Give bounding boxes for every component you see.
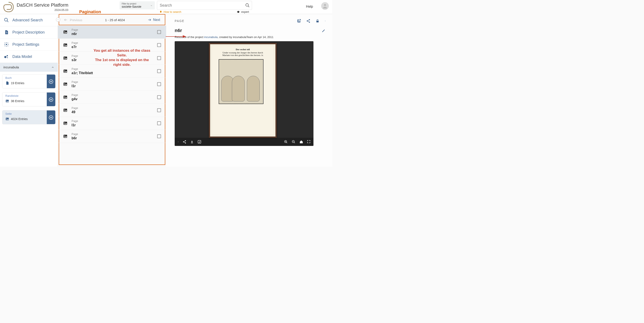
result-row[interactable]: Page s3r	[58, 52, 166, 65]
viewer-download-button[interactable]	[190, 140, 194, 144]
home-button[interactable]	[299, 140, 303, 144]
result-row[interactable]: Page l1r	[58, 78, 166, 91]
sidebar-item-advanced-search[interactable]: Advanced Search	[0, 14, 58, 26]
result-checkbox[interactable]	[157, 95, 161, 99]
result-checkbox[interactable]	[157, 56, 161, 60]
sidebar-item-data-model[interactable]: Data Model	[0, 51, 58, 63]
image-viewer: Der sechst teil Under wysung der Junger …	[175, 41, 314, 146]
gear-icon	[4, 42, 9, 47]
pagination-next-label: Next	[153, 18, 160, 22]
page-image[interactable]: Der sechst teil Under wysung der Junger …	[209, 43, 277, 138]
chevron-up-icon	[51, 66, 54, 69]
image-icon	[5, 99, 9, 103]
zoom-in-button[interactable]	[284, 140, 288, 144]
avatar-icon	[322, 3, 328, 9]
result-checkbox[interactable]	[157, 108, 161, 112]
app-title: DaSCH Service Platform	[17, 2, 68, 8]
svg-point-15	[64, 31, 65, 32]
result-row[interactable]: Page l1r	[58, 117, 166, 130]
search-icon	[4, 18, 9, 23]
app-header: DaSCH Service Platform 2024.05.03 Filter…	[0, 0, 332, 14]
lock-button[interactable]	[316, 19, 320, 23]
how-to-search-link[interactable]: How to search	[159, 10, 181, 14]
result-checkbox[interactable]	[157, 43, 161, 47]
result-type: Page	[72, 28, 157, 32]
lock-icon	[316, 19, 320, 23]
result-checkbox[interactable]	[157, 30, 161, 34]
svg-point-39	[325, 21, 326, 21]
result-checkbox[interactable]	[157, 121, 161, 125]
svg-point-5	[6, 55, 8, 56]
image-icon	[63, 134, 68, 139]
result-row[interactable]: Page b6r	[58, 130, 166, 143]
result-row[interactable]: Page e7r	[58, 39, 166, 52]
fullscreen-icon	[307, 140, 310, 143]
add-resource-button[interactable]	[47, 110, 55, 124]
image-icon	[63, 82, 68, 87]
meta-project-link[interactable]: incunabula	[204, 36, 218, 39]
result-title: e7r	[72, 45, 157, 49]
user-avatar[interactable]	[321, 2, 329, 10]
result-row[interactable]: Page 49	[58, 104, 166, 117]
pagination-prev[interactable]: Previous	[64, 18, 82, 22]
result-type: Page	[72, 93, 157, 97]
class-card[interactable]: Buch 19 Entries	[2, 74, 56, 88]
pencil-icon	[322, 29, 326, 33]
result-row[interactable]: Page n6r	[58, 26, 166, 39]
arrow-right-icon	[148, 18, 152, 22]
zoom-out-icon	[292, 140, 296, 144]
zoom-out-button[interactable]	[292, 140, 296, 144]
sidebar-item-project-description[interactable]: Project Description	[0, 26, 58, 39]
logo-icon	[2, 1, 14, 13]
woodcut-illustration	[219, 59, 264, 104]
class-card[interactable]: Seite 4024 Entries	[2, 110, 56, 124]
viewer-edit-button[interactable]	[198, 140, 201, 144]
help-link[interactable]: Help	[306, 5, 313, 9]
pagination-next[interactable]: Next	[148, 18, 160, 22]
sidebar-collapse-button[interactable]	[56, 18, 60, 22]
viewer-share-button[interactable]	[182, 140, 186, 144]
image-icon	[63, 43, 68, 48]
zoom-in-icon	[284, 140, 288, 144]
svg-point-2	[4, 18, 8, 21]
result-title: s3r	[72, 58, 157, 62]
arrow-left-icon	[64, 18, 68, 22]
document-icon	[4, 30, 9, 35]
result-checkbox[interactable]	[157, 69, 161, 73]
project-filter[interactable]: Filter by project societe-Savoie	[120, 1, 155, 10]
svg-point-31	[64, 135, 65, 136]
more-button[interactable]	[324, 19, 326, 23]
share-button[interactable]	[306, 19, 310, 23]
sidebar-item-project-settings[interactable]: Project Settings	[0, 39, 58, 51]
page-content: Der sechst teil Under wysung der Junger …	[212, 46, 273, 134]
search-input[interactable]	[157, 3, 243, 8]
class-card[interactable]: Randleiste 38 Entries	[2, 92, 56, 106]
expert-link[interactable]: expert	[236, 10, 249, 14]
result-type: Page	[72, 41, 157, 45]
result-type: Page	[72, 106, 157, 110]
detail-title-row: n6r	[175, 28, 326, 33]
viewer-more-button[interactable]	[178, 140, 179, 144]
add-resource-button[interactable]	[47, 75, 55, 88]
result-list: Page n6r Page e7r Page s3r Page a1r; Tit…	[58, 26, 166, 143]
open-external-button[interactable]	[297, 19, 301, 23]
svg-rect-37	[316, 21, 319, 23]
project-section-header[interactable]: incunabula	[0, 63, 58, 72]
result-title: l1r	[72, 84, 157, 88]
result-checkbox[interactable]	[157, 82, 161, 86]
how-to-search-label: How to search	[164, 10, 181, 14]
add-resource-button[interactable]	[47, 93, 55, 106]
edit-title-button[interactable]	[322, 29, 326, 33]
result-row[interactable]: Page a1r; Titelblatt	[58, 65, 166, 78]
sidebar-item-label: Advanced Search	[12, 18, 43, 23]
result-title: b6r	[72, 136, 157, 140]
result-checkbox[interactable]	[157, 134, 161, 138]
search-button[interactable]	[243, 3, 252, 8]
svg-point-23	[64, 83, 65, 84]
chevron-left-icon	[57, 19, 59, 21]
fullscreen-button[interactable]	[307, 140, 310, 144]
plus-circle-icon	[49, 115, 54, 120]
svg-point-0	[246, 4, 248, 7]
result-title: a1r; Titelblatt	[72, 71, 157, 75]
result-row[interactable]: Page g4v	[58, 91, 166, 104]
